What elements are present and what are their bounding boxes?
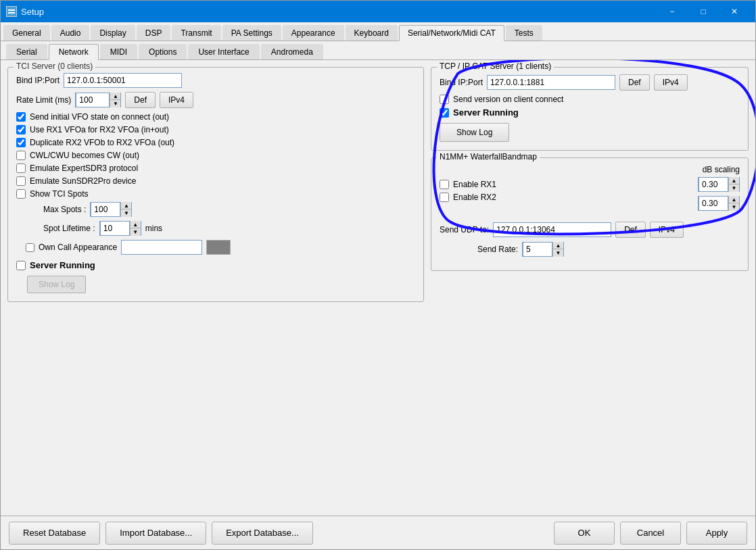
tci-bind-input[interactable]: [64, 73, 182, 88]
n1mm-def-button[interactable]: Def: [615, 222, 646, 238]
tab-pa-settings[interactable]: PA Settings: [222, 25, 281, 41]
tcp-send-version-checkbox[interactable]: [440, 95, 449, 104]
rate-limit-input[interactable]: [76, 93, 110, 107]
n1mm-enable-rx2-checkbox[interactable]: [440, 193, 449, 202]
tcp-server-title: TCP / IP CAT Server (1 clients): [437, 61, 554, 71]
tci-def-button[interactable]: Def: [125, 92, 156, 108]
n1mm-db-rx1-up[interactable]: ▲: [728, 177, 739, 184]
tci-server-running-checkbox[interactable]: [16, 261, 26, 270]
spot-lifetime-down[interactable]: ▼: [130, 228, 141, 236]
tcp-def-button[interactable]: Def: [619, 74, 650, 91]
tcp-server-running-row: Server Running: [440, 107, 740, 118]
rate-limit-up[interactable]: ▲: [110, 93, 120, 100]
tab-display[interactable]: Display: [91, 25, 135, 41]
title-bar: Setup − □ ✕: [1, 1, 755, 22]
tcp-bind-input[interactable]: [487, 75, 615, 90]
tcp-show-log-button[interactable]: Show Log: [440, 123, 509, 142]
tci-send-initial-row: Send initial VFO state on connect (out): [16, 112, 415, 122]
spot-lifetime-spinner[interactable]: ▲ ▼: [99, 221, 141, 236]
sub-tab-bar: Serial Network MIDI Options User Interfa…: [1, 41, 755, 60]
n1mm-enable-rx1-label: Enable RX1: [453, 180, 496, 189]
tab-dsp[interactable]: DSP: [137, 25, 171, 41]
window-controls: − □ ✕: [657, 1, 750, 22]
n1mm-db-rx1-input[interactable]: [699, 177, 728, 192]
n1mm-send-rate-down[interactable]: ▼: [552, 249, 563, 257]
rate-limit-spinner[interactable]: ▲ ▼: [75, 93, 121, 107]
tab-audio[interactable]: Audio: [51, 25, 90, 41]
n1mm-db-rx1-down[interactable]: ▼: [728, 184, 739, 192]
n1mm-db-rx2-spinner[interactable]: ▲ ▼: [698, 196, 740, 211]
n1mm-title: N1MM+ WaterfallBandmap: [437, 152, 540, 161]
tci-emulate-sun-checkbox[interactable]: [16, 176, 26, 186]
cancel-button[interactable]: Cancel: [620, 522, 681, 545]
tci-show-tci-spots-checkbox[interactable]: [16, 189, 26, 199]
tab-transmit[interactable]: Transmit: [172, 25, 220, 41]
tab-appearance[interactable]: Appearance: [283, 25, 344, 41]
tcp-ipv4-button[interactable]: IPv4: [654, 74, 688, 91]
n1mm-db-rx2-down[interactable]: ▼: [728, 203, 739, 211]
tab-user-interface[interactable]: User Interface: [188, 44, 259, 59]
apply-button[interactable]: Apply: [686, 522, 747, 545]
spot-lifetime-up[interactable]: ▲: [130, 221, 141, 228]
close-button[interactable]: ✕: [719, 1, 750, 22]
tab-network[interactable]: Network: [49, 44, 99, 60]
tab-andromeda[interactable]: Andromeda: [261, 44, 323, 59]
tci-cwl-checkbox[interactable]: [16, 151, 26, 160]
reset-database-button[interactable]: Reset Database: [9, 522, 100, 545]
own-call-color-button[interactable]: [206, 240, 231, 255]
max-spots-spinner[interactable]: ▲ ▼: [90, 202, 132, 217]
tci-duplicate-rx2-checkbox[interactable]: [16, 138, 26, 147]
n1mm-db-rx2-up[interactable]: ▲: [728, 196, 739, 203]
n1mm-send-rate-spinner[interactable]: ▲ ▼: [522, 242, 564, 257]
n1mm-send-rate-up[interactable]: ▲: [552, 242, 563, 249]
tab-general[interactable]: General: [3, 25, 50, 41]
max-spots-down[interactable]: ▼: [120, 209, 131, 217]
spot-lifetime-input[interactable]: [100, 221, 130, 236]
max-spots-row: Max Spots : ▲ ▼: [43, 202, 415, 217]
tab-serial[interactable]: Serial: [6, 44, 47, 59]
n1mm-send-udp-input[interactable]: [493, 222, 611, 237]
top-tab-bar: General Audio Display DSP Transmit PA Se…: [1, 22, 755, 41]
tab-serial-network-midi-cat[interactable]: Serial/Network/Midi CAT: [399, 25, 504, 41]
tab-tests[interactable]: Tests: [506, 25, 542, 41]
tci-show-tci-spots-row: Show TCI Spots: [16, 189, 415, 199]
n1mm-db-rx1-btns: ▲ ▼: [728, 177, 739, 192]
n1mm-db-rx2-input[interactable]: [699, 196, 728, 211]
tci-use-rx1-label: Use RX1 VFOa for RX2 VFOa (in+out): [30, 125, 169, 134]
tab-options[interactable]: Options: [139, 44, 187, 59]
ok-button[interactable]: OK: [554, 522, 615, 545]
n1mm-enable-rx1-checkbox[interactable]: [440, 180, 449, 189]
max-spots-up[interactable]: ▲: [120, 202, 131, 209]
tci-ipv4-button[interactable]: IPv4: [160, 92, 193, 108]
tci-send-initial-checkbox[interactable]: [16, 112, 26, 122]
max-spots-input[interactable]: [91, 202, 120, 217]
rate-limit-down[interactable]: ▼: [110, 100, 120, 107]
n1mm-ipv4-button[interactable]: IPv4: [650, 222, 684, 238]
import-database-button[interactable]: Import Database...: [105, 522, 206, 545]
tcp-send-version-label: Send version on client connect: [453, 95, 563, 104]
tci-show-log-button[interactable]: Show Log: [27, 276, 86, 293]
tci-use-rx1-checkbox[interactable]: [16, 125, 26, 134]
tci-emulate-expert-checkbox[interactable]: [16, 164, 26, 173]
tab-midi[interactable]: MIDI: [100, 44, 137, 59]
minimize-button[interactable]: −: [657, 1, 688, 22]
tab-keyboard[interactable]: Keyboard: [346, 25, 398, 41]
n1mm-send-rate-input[interactable]: [523, 242, 552, 257]
panel-right: TCP / IP CAT Server (1 clients) Bind IP:…: [431, 67, 749, 509]
n1mm-db-rx2-row: ▲ ▼: [698, 196, 740, 211]
n1mm-send-rate-btns: ▲ ▼: [552, 242, 563, 257]
n1mm-db-scaling-col: dB scaling ▲ ▼: [698, 165, 740, 215]
n1mm-db-rx1-spinner[interactable]: ▲ ▼: [698, 177, 740, 192]
maximize-button[interactable]: □: [688, 1, 719, 22]
export-database-button[interactable]: Export Database...: [212, 522, 313, 545]
tcp-server-running-checkbox[interactable]: [440, 108, 449, 118]
n1mm-enable-rx1-row: Enable RX1: [440, 180, 684, 189]
tci-server-title: TCI Server (0 clients): [14, 61, 95, 71]
own-call-checkbox[interactable]: [26, 243, 34, 252]
tci-duplicate-rx2-label: Duplicate RX2 VFOb to RX2 VFOa (out): [30, 138, 174, 147]
tci-emulate-expert-label: Emulate ExpertSDR3 protocol: [30, 164, 138, 173]
own-call-text-input[interactable]: [121, 240, 202, 255]
tci-cwl-label: CWL/CWU becomes CW (out): [30, 151, 139, 160]
tcp-server-running-label: Server Running: [453, 107, 519, 118]
tci-cwl-row: CWL/CWU becomes CW (out): [16, 151, 415, 160]
